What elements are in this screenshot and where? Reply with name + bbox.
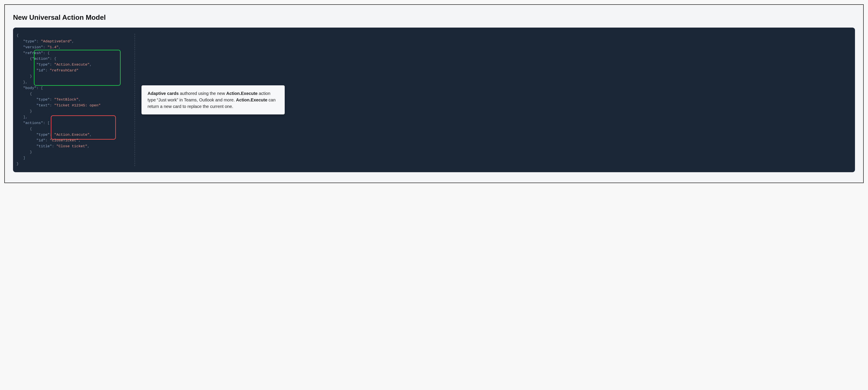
- callout-text: Adaptive cards authored using the new Ac…: [148, 90, 279, 110]
- code-line: ]: [23, 156, 25, 160]
- code-key: "type": [23, 39, 36, 43]
- code-line: {: [17, 33, 19, 37]
- code-string: "AdaptiveCard": [41, 39, 72, 43]
- code-key: "type": [36, 97, 50, 101]
- code-key: "title": [36, 144, 52, 148]
- code-key: "body": [23, 86, 36, 90]
- code-key: "action": [32, 57, 50, 61]
- code-key: "id": [36, 138, 45, 143]
- code-string: "TextBlock": [54, 97, 78, 101]
- code-line: }: [30, 109, 32, 113]
- code-string: "Ticket #12345: open": [54, 103, 100, 108]
- code-key: "type": [36, 133, 50, 137]
- code-panel: { "type": "AdaptiveCard", "version": "1.…: [13, 28, 855, 172]
- vertical-divider: [134, 34, 135, 166]
- code-key: "refresh": [23, 51, 43, 55]
- code-string: "refreshCard": [50, 68, 79, 72]
- callout-bold: Adaptive cards: [148, 91, 179, 96]
- code-key: "version": [23, 45, 43, 49]
- code-key: "id": [36, 68, 45, 72]
- description-column: Adaptive cards authored using the new Ac…: [142, 31, 850, 168]
- callout-span: authored using the new: [179, 91, 226, 96]
- code-line: ],: [23, 115, 28, 119]
- code-key: "text": [36, 103, 50, 108]
- code-line: }: [17, 162, 19, 166]
- code-line: {: [30, 127, 32, 131]
- page-title: New Universal Action Model: [13, 13, 855, 22]
- callout-card: Adaptive cards authored using the new Ac…: [142, 85, 285, 114]
- code-string: "Action.Execute": [54, 63, 89, 67]
- code-string: "1.4": [48, 45, 59, 49]
- document-frame: New Universal Action Model { "type": "Ad…: [4, 4, 864, 183]
- callout-bold: Action.Execute: [236, 97, 267, 102]
- code-key: "type": [36, 63, 50, 67]
- code-column: { "type": "AdaptiveCard", "version": "1.…: [15, 31, 132, 168]
- code-string: "Close ticket": [56, 144, 88, 148]
- callout-bold: Action.Execute: [226, 91, 257, 96]
- code-line: },: [23, 80, 28, 84]
- code-string: "closeTicket": [50, 138, 79, 143]
- code-string: "Action.Execute": [54, 133, 89, 137]
- code-block: { "type": "AdaptiveCard", "version": "1.…: [17, 33, 131, 167]
- code-line: {: [30, 92, 32, 96]
- code-line: }: [30, 150, 32, 154]
- code-key: "actions": [23, 121, 43, 125]
- code-line: }: [30, 74, 32, 79]
